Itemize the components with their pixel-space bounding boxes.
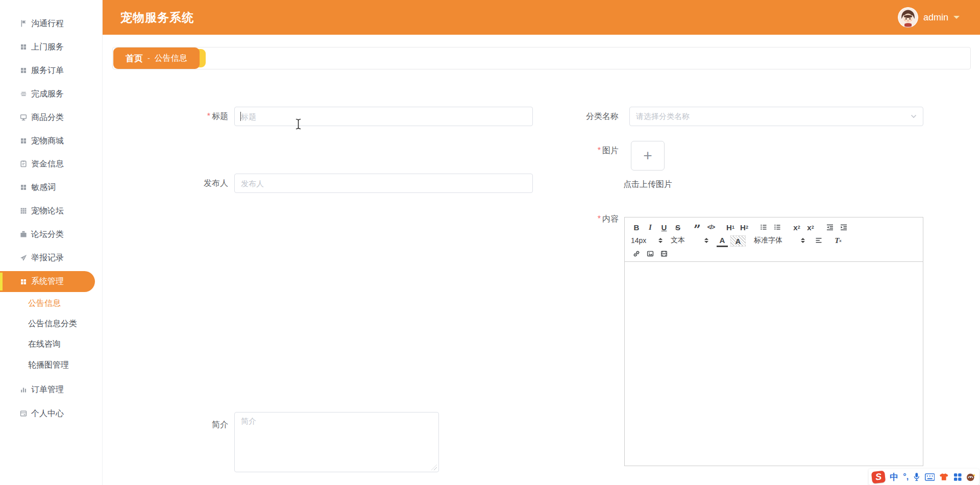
app-window: 沟通行程 上门服务 服务订单 完成服务 商品分类 宠物商城 资金信息 敏感词 — [0, 0, 980, 485]
upload-hint: 点击上传图片 — [623, 179, 672, 190]
page-title: 宠物服务系统 — [120, 10, 194, 26]
font-family-select[interactable]: 标准字体 — [754, 234, 805, 247]
sidebar-item-label: 论坛分类 — [31, 229, 64, 240]
sidebar-item-label: 服务订单 — [31, 65, 64, 76]
sidebar-item-label: 上门服务 — [31, 42, 64, 53]
rich-text-editor: B I U S ” </> H1 H2 x2 x2 — [624, 217, 923, 466]
image-icon[interactable] — [645, 248, 656, 260]
header-1-button[interactable]: H1 — [725, 221, 736, 233]
chevron-down-icon — [953, 16, 960, 22]
sidebar-item-pet-forum[interactable]: 宠物论坛 — [0, 201, 102, 221]
sidebar-item-funds-info[interactable]: 资金信息 — [0, 154, 102, 174]
sidebar-item-report-records[interactable]: 举报记录 — [0, 248, 102, 268]
bullet-list-icon[interactable] — [772, 221, 783, 233]
editor-toolbar: B I U S ” </> H1 H2 x2 x2 — [625, 217, 923, 262]
keyboard-icon[interactable] — [925, 473, 935, 481]
ordered-list-icon[interactable] — [758, 221, 769, 233]
punctuation-icon[interactable]: °, — [903, 473, 909, 481]
underline-button[interactable]: U — [658, 221, 670, 233]
breadcrumb-current: 公告信息 — [155, 53, 187, 64]
updown-arrows-icon — [704, 238, 708, 243]
sidebar-subitem-online-consult[interactable]: 在线咨询 — [0, 335, 102, 353]
sidebar-item-finished-service[interactable]: 完成服务 — [0, 84, 102, 104]
breadcrumb-home-link[interactable]: 首页 — [126, 53, 143, 64]
outdent-icon[interactable] — [824, 221, 836, 233]
italic-button[interactable]: I — [645, 221, 656, 233]
required-mark: * — [598, 146, 601, 155]
publisher-input[interactable] — [234, 174, 533, 193]
sidebar-subitem-carousel-management[interactable]: 轮播图管理 — [0, 356, 102, 374]
breadcrumb-separator: - — [148, 54, 150, 62]
microphone-icon[interactable] — [913, 472, 920, 481]
clean-format-button[interactable]: Tx — [832, 234, 844, 247]
category-placeholder: 请选择分类名称 — [636, 112, 911, 122]
category-select[interactable]: 请选择分类名称 — [629, 107, 923, 126]
grid-icon — [19, 278, 28, 286]
sidebar-item-service-orders[interactable]: 服务订单 — [0, 60, 102, 81]
editor-content-area[interactable] — [625, 262, 923, 465]
bar-chart-icon — [19, 385, 28, 394]
subscript-button[interactable]: x2 — [791, 221, 802, 233]
sidebar-item-personal-center[interactable]: 个人中心 — [0, 403, 102, 424]
emoji-icon[interactable] — [966, 473, 976, 481]
sidebar-item-label: 宠物商城 — [31, 136, 64, 147]
flag-icon — [19, 19, 28, 28]
paragraph-style-select[interactable]: 文本 — [671, 234, 708, 247]
sidebar-subitem-label: 轮播图管理 — [28, 360, 69, 371]
text-color-button[interactable]: A — [717, 235, 728, 247]
sidebar-item-forum-category[interactable]: 论坛分类 — [0, 224, 102, 245]
sidebar-item-pet-mall[interactable]: 宠物商城 — [0, 131, 102, 151]
superscript-button[interactable]: x2 — [805, 221, 816, 233]
sidebar-item-label: 系统管理 — [31, 276, 64, 287]
text-caret — [240, 112, 241, 121]
sidebar-item-label: 敏感词 — [31, 182, 56, 193]
blockquote-button[interactable]: ” — [692, 219, 703, 236]
sidebar-item-label: 资金信息 — [31, 159, 64, 169]
video-icon[interactable] — [658, 248, 670, 260]
sidebar-item-communication-trip[interactable]: 沟通行程 — [0, 13, 102, 34]
intro-textarea[interactable] — [234, 412, 439, 472]
sidebar-subitem-announcement-category[interactable]: 公告信息分类 — [0, 314, 102, 333]
sidebar-item-order-management[interactable]: 订单管理 — [0, 379, 102, 400]
header-2-button[interactable]: H2 — [739, 221, 750, 233]
updown-arrows-icon — [658, 238, 663, 243]
sidebar-item-label: 完成服务 — [31, 89, 64, 100]
skin-icon[interactable] — [939, 473, 949, 481]
sidebar-item-sensitive-words[interactable]: 敏感词 — [0, 177, 102, 198]
sogou-logo[interactable]: S — [871, 470, 886, 483]
image-upload-button[interactable]: + — [631, 141, 665, 171]
sidebar-item-product-category[interactable]: 商品分类 — [0, 107, 102, 128]
sidebar-item-system-management[interactable]: 系统管理 — [0, 271, 95, 292]
sidebar-item-label: 个人中心 — [31, 408, 64, 419]
font-size-select[interactable]: 14px — [631, 234, 663, 247]
required-mark: * — [207, 112, 210, 120]
required-mark: * — [598, 214, 601, 223]
chinese-mode-icon[interactable]: 中 — [890, 473, 898, 481]
grid-icon — [19, 66, 28, 75]
strikethrough-button[interactable]: S — [672, 221, 683, 233]
sidebar-item-door-service[interactable]: 上门服务 — [0, 37, 102, 57]
sidebar-subitem-label: 在线咨询 — [28, 339, 61, 350]
intro-label: 简介 — [168, 420, 228, 430]
title-label: *标题 — [168, 111, 228, 122]
user-menu[interactable]: admin — [898, 7, 960, 28]
ibeam-cursor — [295, 118, 302, 130]
monitor-icon — [19, 113, 28, 122]
indent-icon[interactable] — [838, 221, 849, 233]
link-icon[interactable] — [631, 248, 642, 260]
align-icon[interactable] — [813, 234, 824, 247]
sidebar-item-label: 宠物论坛 — [31, 206, 64, 216]
updown-arrows-icon — [801, 238, 805, 243]
bold-button[interactable]: B — [631, 221, 642, 233]
plus-icon: + — [643, 147, 652, 164]
highlight-color-button[interactable]: A — [730, 235, 746, 247]
briefcase-icon — [19, 230, 28, 238]
sidebar-subitem-label: 公告信息分类 — [28, 319, 77, 329]
code-block-button[interactable]: </> — [705, 221, 717, 233]
content-label: *内容 — [559, 214, 619, 225]
toolbox-icon[interactable] — [953, 473, 962, 481]
sidebar-subitem-label: 公告信息 — [28, 298, 61, 309]
sidebar-subitem-announcement[interactable]: 公告信息 — [0, 294, 102, 312]
title-input[interactable] — [234, 107, 533, 126]
chevron-down-icon — [911, 114, 917, 118]
